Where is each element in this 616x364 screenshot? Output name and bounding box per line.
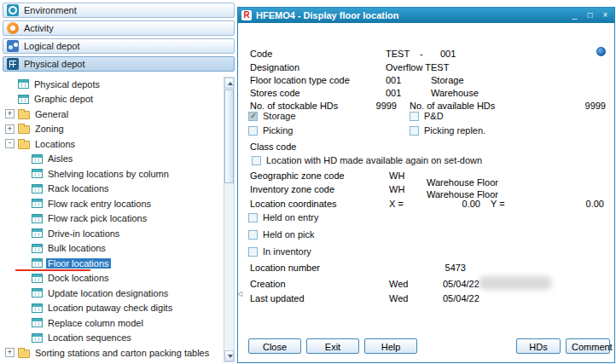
hds-button[interactable]: HDs	[516, 338, 561, 354]
accordion-label: Activity	[24, 23, 54, 33]
held-on-pick-label: Held on pick	[263, 229, 315, 240]
coord-y-label: Y =	[491, 199, 505, 209]
checkbox-checked-icon	[248, 112, 258, 121]
in-inventory-label: In inventory	[263, 246, 311, 257]
table-icon	[32, 184, 43, 194]
field-creation: Creation Wed 05/04/22	[238, 279, 614, 291]
code-label: Code	[250, 49, 272, 59]
tree-item-label: Graphic depot	[32, 94, 95, 104]
tree-item-floor-locations[interactable]: Floor locations	[0, 256, 224, 271]
window-titlebar[interactable]: R HFEMO4 - Display floor location _ □ ×	[238, 8, 614, 23]
scroll-down-button[interactable]	[224, 350, 234, 361]
tree-item-flow-rack-pick[interactable]: Flow rack pick locations	[0, 211, 224, 227]
tree-item-shelving-locations[interactable]: Shelving locations by column	[0, 166, 224, 182]
accordion-logical-depot[interactable]: Logical depot	[3, 38, 235, 54]
held-on-entry-checkbox[interactable]: Held on entry	[248, 212, 318, 222]
pd-checkbox[interactable]: P&D	[410, 111, 444, 121]
floor-type-desc: Storage	[431, 75, 464, 85]
tree-item-graphic-depot[interactable]: Graphic depot	[0, 92, 224, 107]
environment-icon	[7, 4, 19, 16]
in-inventory-checkbox[interactable]: In inventory	[248, 246, 311, 257]
folder-open-icon	[18, 141, 30, 149]
last-updated-date: 05/04/22	[443, 293, 479, 303]
folder-icon	[18, 125, 30, 134]
hd-available-label: Location with HD made available again on…	[266, 155, 482, 165]
tree-item-physical-depots[interactable]: Physical depots	[0, 77, 224, 92]
tree-scrollbar[interactable]	[224, 77, 235, 362]
tree-item-aisles[interactable]: Aisles	[0, 152, 224, 167]
tree-item-dock-locations[interactable]: Dock locations	[0, 271, 224, 286]
tree-item-update-designations[interactable]: Update location designations	[0, 286, 224, 301]
code-separator: -	[420, 49, 423, 59]
activity-icon	[7, 22, 19, 34]
tree-item-sorting-stations[interactable]: Sorting stations and carton packing tabl…	[0, 345, 224, 361]
checkbox-icon	[252, 156, 261, 165]
available-hds-value: 9999	[572, 101, 606, 111]
tree-item-rack-locations[interactable]: Rack locations	[0, 182, 224, 197]
tree-item-putaway-check-digits[interactable]: Location putaway check digits	[0, 301, 224, 316]
row-in-inventory: In inventory	[238, 247, 614, 259]
table-icon	[32, 169, 43, 178]
help-button[interactable]: Help	[364, 338, 417, 354]
app-logo-icon: R	[241, 10, 252, 20]
accordion-physical-depot[interactable]: Physical depot	[3, 56, 235, 72]
tree-item-flow-rack-entry[interactable]: Flow rack entry locations	[0, 196, 224, 211]
comment-button[interactable]: Comment	[566, 338, 610, 354]
table-icon	[32, 274, 43, 283]
tree-item-label: Floor locations	[46, 258, 111, 269]
collapse-icon[interactable]	[5, 139, 15, 148]
row-held-on-entry: Held on entry	[238, 213, 614, 225]
window-title: HFEMO4 - Display floor location	[256, 10, 565, 20]
accordion-environment[interactable]: Environment	[3, 3, 235, 18]
tree-item-locations[interactable]: Locations	[0, 136, 224, 152]
tree-item-bulk-locations[interactable]: Bulk locations	[0, 241, 224, 257]
field-code: Code TEST - 001	[238, 49, 614, 61]
coord-y-value: 0.00	[553, 199, 604, 209]
row-held-on-pick: Held on pick	[238, 230, 614, 242]
minimize-button[interactable]: _	[569, 9, 580, 22]
checkbox-icon	[248, 230, 258, 240]
table-icon	[32, 228, 43, 238]
hd-available-checkbox[interactable]: Location with HD made available again on…	[252, 155, 482, 165]
field-class-code: Class code	[238, 142, 614, 153]
table-icon	[32, 199, 43, 208]
storage-label: Storage	[263, 111, 296, 121]
window-body: ◁ Code TEST - 001 Designation Overflow T…	[238, 23, 614, 362]
expand-icon[interactable]	[5, 348, 15, 357]
checkbox-icon	[248, 213, 258, 222]
tree-item-replace-column-model[interactable]: Replace column model	[0, 315, 224, 331]
tree-item-general[interactable]: General	[0, 107, 224, 122]
tree-item-label: Location putaway check digits	[46, 303, 174, 313]
field-floor-type: Floor location type code 001 Storage	[238, 75, 614, 87]
tree-item-drive-in[interactable]: Drive-in locations	[0, 226, 224, 241]
last-updated-day: Wed	[389, 293, 408, 303]
scrollbar-thumb[interactable]	[224, 90, 234, 183]
scroll-up-button[interactable]	[224, 78, 234, 89]
coord-x-label: X =	[389, 199, 404, 209]
picking-label: Picking	[263, 125, 293, 136]
held-on-pick-checkbox[interactable]: Held on pick	[248, 229, 315, 240]
held-on-entry-label: Held on entry	[263, 212, 318, 222]
expand-icon[interactable]	[5, 109, 15, 118]
maximize-button[interactable]: □	[584, 9, 596, 22]
storage-checkbox[interactable]: Storage	[248, 111, 296, 121]
tree-item-label: Location sequences	[46, 332, 133, 343]
picking-checkbox[interactable]: Picking	[248, 125, 293, 136]
location-number-value: 5473	[432, 263, 466, 273]
accordion-activity[interactable]: Activity	[3, 20, 235, 36]
designation-value: Overflow TEST	[386, 62, 449, 72]
close-button[interactable]: Close	[248, 338, 301, 354]
expand-icon[interactable]	[5, 124, 15, 134]
accordion-label: Physical depot	[24, 59, 85, 69]
field-stores-code: Stores code 001 Warehouse	[238, 88, 614, 100]
exit-button[interactable]: Exit	[306, 338, 359, 354]
tree-item-zoning[interactable]: Zoning	[0, 122, 224, 137]
picking-replen-checkbox[interactable]: Picking replen.	[410, 125, 485, 136]
accordion-label: Logical depot	[24, 41, 79, 51]
tree-item-location-sequences[interactable]: Location sequences	[0, 331, 224, 346]
table-icon	[32, 244, 43, 253]
designation-label: Designation	[250, 62, 299, 72]
close-window-button[interactable]: ×	[600, 9, 611, 22]
tree-item-label: Dock locations	[46, 273, 111, 283]
field-inv-zone: Inventory zone code WH Warehouse Floor	[238, 184, 614, 196]
